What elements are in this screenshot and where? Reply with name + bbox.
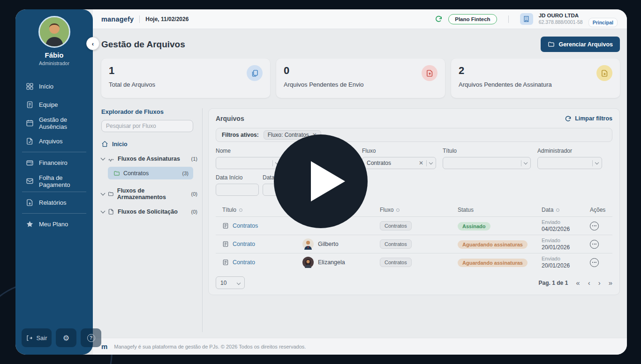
close-icon[interactable]: ✕ [419,160,423,166]
tree-item-label: Início [112,141,128,148]
logout-icon [26,334,33,342]
first-page-button[interactable]: « [576,279,580,286]
sort-icon[interactable] [396,208,400,212]
company-name: JD OURO LTDA [539,13,583,19]
last-page-button[interactable]: » [609,279,612,286]
file-plus-icon [596,65,612,81]
row-actions-button[interactable] [590,222,599,230]
manage-files-label: Gerenciar Arquivos [558,41,613,48]
sidebar-item-folha-de-pagamento[interactable]: Folha de Pagamento [15,172,93,190]
ellipsis-icon [592,225,596,226]
column-header-data[interactable]: Data [542,207,590,213]
chevron-left-icon: ‹ [92,40,94,47]
sidebar-item-label: Folha de Pagamento [39,174,93,188]
next-page-button[interactable]: › [598,279,601,286]
prev-page-button[interactable]: ‹ [588,279,590,286]
avatar-male-icon [302,238,314,250]
chevron-down-icon [595,161,599,164]
page-title: Gestão de Arquivos [101,39,185,50]
row-actions-button[interactable] [590,240,599,249]
app-footer: m Managefy é sua plataforma de gestão de… [93,338,627,355]
sidebar-item-arquivos[interactable]: Arquivos [15,132,93,150]
help-button[interactable]: ? [81,328,101,347]
sidebar-item-label: Financeiro [39,159,68,166]
divider [508,15,509,23]
file-link[interactable]: Contrato [222,259,302,266]
stat-card-pending-signature: 2 Arquivos Pendentes de Assinatura [451,59,620,98]
stat-card-total: 1 Total de Arquivos [101,59,270,98]
sort-icon[interactable] [239,208,242,212]
files-panel: Arquivos Limpar filtros Filtros ativos: … [208,108,620,295]
person-name: Elizangela [318,259,345,266]
ellipsis-icon [592,244,596,245]
tree-item-label: Fluxos de Armazenamentos [117,187,188,201]
company-tag-badge: Principal [588,18,618,27]
pagination: Pag. 1 de 1 « ‹ › » [539,279,612,286]
clear-filters-label: Limpar filtros [575,115,612,122]
administrador-select[interactable] [537,157,602,169]
nome-select[interactable] [216,157,282,169]
sidebar-item-meu-plano[interactable]: Meu Plano [15,215,93,233]
tree-item-contratos[interactable]: Contratos (3) [108,167,193,179]
flow-tree: Início Fluxos de Assinaturas (1) Contrat… [101,141,197,215]
sidebar-item-inicio[interactable]: Início [15,77,93,96]
stat-cards: 1 Total de Arquivos 0 Arquivos Pendentes… [101,59,620,98]
sidebar-item-gestao-de-ausencias[interactable]: Gestão de Ausências [15,114,93,132]
stat-value: 0 [284,65,437,77]
file-link[interactable]: Contrato [222,241,302,247]
file-text-icon [222,223,229,229]
sidebar-item-relatorios[interactable]: Relatórios [15,193,93,212]
sidebar-footer: Sair ⚙ ? [22,328,101,347]
help-icon: ? [87,334,95,342]
topbar: managefy Hoje, 11/02/2026 Plano Fintech … [93,9,627,29]
stat-value: 2 [459,65,612,77]
fluxo-pill: Contratos [380,221,412,230]
divider [139,15,140,23]
fluxo-select[interactable]: Contratos ✕ [362,157,436,169]
chevron-down-icon [101,209,106,214]
filter-field-nome: Nome [216,148,282,169]
sidebar-collapse-button[interactable]: ‹ [86,37,99,50]
refresh-icon [565,115,572,122]
avatar[interactable] [38,16,70,48]
sidebar-divider [22,152,86,152]
company-info[interactable]: JD OURO LTDA 62.378.888/0001-58 [539,13,583,25]
sidebar-item-equipe[interactable]: Equipe [15,96,93,114]
flow-search-input[interactable] [101,120,193,132]
sent-label: Enviado [542,238,590,243]
titulo-select[interactable] [443,157,531,169]
page-size-select[interactable]: 10 [216,276,245,289]
user-photo-icon [40,17,69,46]
status-badge: Aguardando assinaturas [458,259,528,267]
tree-item-inicio[interactable]: Início [101,141,197,148]
tree-item-fluxos-solicitacao[interactable]: Fluxos de Solicitação (0) [101,208,197,215]
sidebar-nav: Início Equipe Gestão de Ausências [15,77,93,233]
tree-item-label: Contratos [123,170,149,177]
tree-item-count: (0) [191,191,197,197]
settings-button[interactable]: ⚙ [56,328,76,347]
file-icon [108,208,114,215]
sent-label: Enviado [542,219,590,225]
tree-item-fluxos-armazenamentos[interactable]: Fluxos de Armazenamentos (0) [101,187,197,201]
sync-icon[interactable] [435,15,443,23]
stat-card-pending-send: 0 Arquivos Pendentes de Envio [276,59,445,98]
plan-badge[interactable]: Plano Fintech [448,14,497,24]
manage-files-button[interactable]: Gerenciar Arquivos [541,37,620,52]
sort-icon[interactable] [556,208,559,212]
ellipsis-icon [592,262,596,263]
screen: Fábio Administrador Início Equipe [0,0,641,364]
folder-icon [108,191,114,197]
video-play-overlay[interactable] [274,134,368,228]
row-actions-button[interactable] [590,258,599,267]
brand-logo[interactable]: managefy [101,15,134,23]
signature-icon [108,156,114,162]
tree-item-fluxos-assinaturas[interactable]: Fluxos de Assinaturas (1) [101,156,197,162]
sidebar-item-label: Equipe [39,101,58,108]
logout-button[interactable]: Sair [22,328,52,347]
data-inicio-input[interactable] [216,184,259,196]
clear-filters-button[interactable]: Limpar filtros [565,115,612,122]
table-row: Contrato Gilberto Contratos Aguardando [216,235,612,253]
column-header-fluxo[interactable]: Fluxo [380,207,458,213]
sidebar-item-financeiro[interactable]: Financeiro [15,154,93,172]
user-role: Administrador [15,60,93,66]
